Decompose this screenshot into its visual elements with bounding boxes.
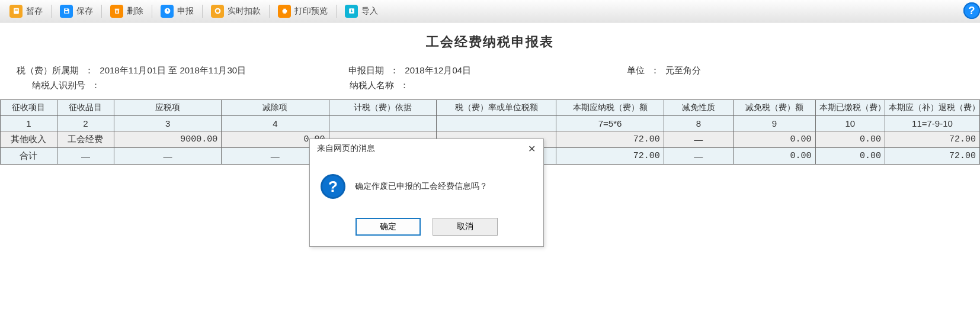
- unit-label: 单位: [627, 65, 645, 76]
- toolbar-separator: [202, 5, 203, 18]
- period-label: 税（费）所属期: [17, 65, 79, 76]
- col-header: 本期已缴税（费）额: [815, 100, 885, 116]
- import-icon: [345, 5, 358, 18]
- col-header: 减除项: [222, 100, 329, 116]
- dialog-message: 确定作废已申报的工会经费信息吗？: [355, 181, 488, 192]
- ok-button[interactable]: 确定: [356, 218, 421, 236]
- col-header: 税（费）率或单位税额: [436, 100, 556, 116]
- print-button[interactable]: 打印预览: [272, 2, 334, 21]
- save-label: 保存: [76, 6, 93, 17]
- print-icon: [278, 5, 291, 18]
- unit-value: 元至角分: [665, 65, 701, 75]
- svg-rect-8: [117, 10, 118, 12]
- declare-icon: [161, 5, 174, 18]
- col-header: 征收品目: [57, 100, 114, 116]
- cell: —: [57, 148, 114, 165]
- period-value: 2018年11月01日 至 2018年11月30日: [100, 65, 246, 75]
- cancel-button[interactable]: 取消: [433, 218, 498, 236]
- taxpayer-id-label: 纳税人识别号: [32, 80, 85, 91]
- cell: 其他收入: [1, 131, 57, 148]
- toolbar-separator: [152, 5, 152, 18]
- deduct-label: 实时扣款: [228, 6, 261, 17]
- deduct-button[interactable]: 实时扣款: [205, 2, 267, 21]
- col-header: 本期应（补）退税（费）额: [885, 100, 979, 116]
- help-icon[interactable]: ?: [963, 2, 980, 19]
- delete-icon: [110, 5, 123, 18]
- col-header: 征收项目: [1, 100, 57, 116]
- toolbar-separator: [51, 5, 52, 18]
- svg-rect-3: [65, 11, 68, 13]
- col-header: 减免税（费）额: [733, 100, 815, 116]
- close-icon[interactable]: ✕: [526, 143, 537, 155]
- svg-rect-4: [65, 9, 67, 10]
- col-header: 计税（费）依据: [329, 100, 436, 116]
- deduct-icon: [211, 5, 224, 18]
- cell: 72.00: [556, 131, 664, 148]
- declare-label: 申报: [177, 6, 194, 17]
- info-row-1: 税（费）所属期 ： 2018年11月01日 至 2018年11月30日 申报日期…: [0, 65, 980, 76]
- svg-rect-5: [115, 9, 119, 13]
- declare-date-label: 申报日期: [348, 65, 384, 76]
- import-label: 导入: [361, 6, 378, 17]
- cell: —: [664, 148, 733, 165]
- cell[interactable]: 9000.00: [114, 131, 221, 148]
- page-title: 工会经费纳税申报表: [0, 33, 980, 51]
- svg-rect-11: [166, 11, 168, 11]
- cell: 72.00: [885, 148, 979, 165]
- svg-rect-16: [283, 12, 286, 14]
- declare-button[interactable]: 申报: [155, 2, 200, 21]
- toolbar-separator: [101, 5, 102, 18]
- svg-rect-1: [14, 9, 17, 9]
- col-header: 减免性质: [664, 100, 733, 116]
- cell: 0.00: [733, 131, 815, 148]
- delete-button[interactable]: 删除: [104, 2, 149, 21]
- cell: —: [114, 148, 221, 165]
- print-label: 打印预览: [294, 6, 328, 17]
- dialog-title: 来自网页的消息: [317, 143, 375, 154]
- taxpayer-name-label: 纳税人名称: [350, 80, 394, 91]
- question-icon: ?: [321, 174, 345, 199]
- delete-label: 删除: [127, 6, 143, 17]
- cell: 合计: [1, 148, 57, 165]
- declare-date-value: 2018年12月04日: [405, 65, 471, 75]
- stash-label: 暂存: [26, 6, 43, 17]
- cell: 0.00: [815, 131, 885, 148]
- stash-icon: [9, 5, 23, 18]
- stash-button[interactable]: 暂存: [4, 2, 49, 21]
- import-button[interactable]: 导入: [339, 2, 384, 21]
- cell: 工会经费: [57, 131, 114, 148]
- table-header-row: 征收项目 征收品目 应税项 减除项 计税（费）依据 税（费）率或单位税额 本期应…: [1, 100, 980, 116]
- table-formula-row: 1 2 3 4 7=5*6 8 9 10 11=7-9-10: [1, 116, 980, 131]
- save-button[interactable]: 保存: [54, 2, 99, 21]
- cell: —: [664, 131, 733, 148]
- col-header: 应税项: [114, 100, 221, 116]
- toolbar-separator: [336, 5, 337, 18]
- cell: 0.00: [733, 148, 815, 165]
- svg-rect-15: [283, 9, 286, 11]
- svg-rect-2: [14, 10, 17, 11]
- save-icon: [60, 5, 73, 18]
- confirm-dialog: 来自网页的消息 ✕ ? 确定作废已申报的工会经费信息吗？ 确定 取消: [309, 139, 544, 247]
- toolbar-separator: [269, 5, 270, 18]
- svg-rect-6: [114, 9, 119, 10]
- col-header: 本期应纳税（费）额: [556, 100, 664, 116]
- toolbar: 暂存 保存 删除 申报 实时扣款 打印预览: [0, 0, 980, 22]
- svg-rect-7: [116, 10, 116, 12]
- cell: 0.00: [815, 148, 885, 165]
- cell: 72.00: [885, 131, 979, 148]
- svg-point-13: [216, 9, 219, 12]
- cell: 72.00: [556, 148, 664, 165]
- info-row-2: 纳税人识别号 ： 纳税人名称 ：: [0, 80, 980, 91]
